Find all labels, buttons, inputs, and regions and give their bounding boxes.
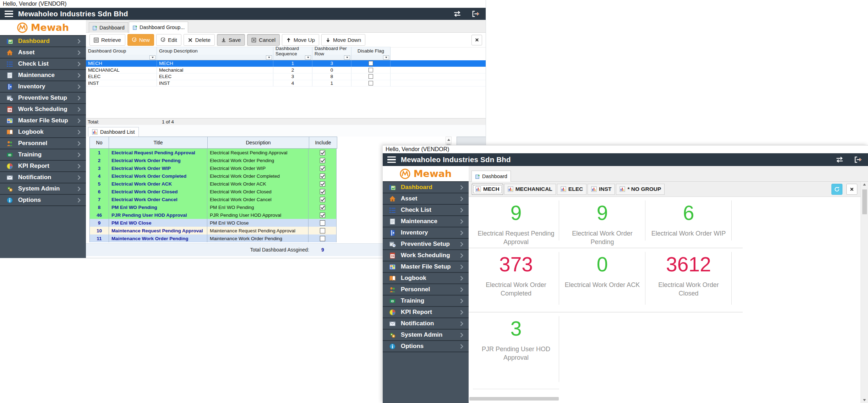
retrieve-button[interactable]: Retrieve	[89, 34, 125, 46]
dashboard-list-row[interactable]: 3Electrical Work Order WIPElectrical Wor…	[90, 164, 336, 172]
logout-icon[interactable]	[853, 156, 863, 163]
column-header-group-description[interactable]: Group Description	[157, 47, 273, 55]
sidebar-item-maintenance[interactable]: Maintenance	[0, 70, 86, 81]
sidebar-item-maintenance[interactable]: Maintenance	[383, 216, 469, 227]
group-row-inst[interactable]: INSTINST41	[86, 80, 486, 87]
sidebar-item-check-list[interactable]: Check List	[0, 59, 86, 70]
tab-dashboard-group[interactable]: Dashboard Group...	[129, 22, 188, 33]
dashboard-list-row[interactable]: 9PM EnI WO ClosePM EnI WO Close	[90, 219, 336, 227]
move-down-button[interactable]: Move Down	[321, 34, 365, 46]
scroll-up-icon[interactable]	[446, 137, 451, 143]
dashboard-list-row[interactable]: 11Maintenance Work Order PendingMaintena…	[90, 234, 336, 242]
sidebar-item-notification[interactable]: Notification	[0, 172, 86, 183]
logout-icon[interactable]	[470, 10, 481, 17]
column-header-dashboard-sequence[interactable]: Dashboard Sequence	[273, 47, 312, 55]
include-checkbox[interactable]	[320, 228, 325, 233]
refresh-button[interactable]	[831, 184, 842, 195]
kpi-card-electrical-work-order-completed[interactable]: 373Electrical Work Order Completed	[473, 248, 559, 312]
sidebar-item-system-admin[interactable]: System Admin	[0, 183, 86, 195]
switch-user-icon[interactable]	[452, 10, 463, 17]
delete-button[interactable]: Delete	[184, 34, 215, 46]
sidebar-item-preventive-setup[interactable]: Preventive Setup	[0, 93, 86, 104]
include-checkbox[interactable]	[320, 173, 325, 179]
kpi-card-electrical-request-pending-approval[interactable]: 9Electrical Request Pending Approval	[473, 197, 559, 248]
group-row-elec[interactable]: ELECELEC38	[86, 73, 486, 80]
include-checkbox[interactable]	[320, 197, 325, 202]
dashboard-list-row[interactable]: 8PM EnI WO PendingPM EnI WO Pending	[90, 203, 336, 211]
sidebar-item-training[interactable]: IDTraining	[0, 149, 86, 161]
group-tab-no-group[interactable]: * NO GROUP	[616, 184, 665, 195]
sidebar-item-asset[interactable]: Asset	[0, 47, 86, 59]
scrollbar-thumb[interactable]	[862, 189, 867, 214]
include-checkbox[interactable]	[320, 189, 325, 194]
sidebar-item-logbook[interactable]: Logbook	[383, 273, 469, 284]
disable-flag-checkbox[interactable]	[369, 74, 373, 79]
group-tab-mech[interactable]: MECH	[472, 184, 503, 195]
sidebar-item-system-admin[interactable]: System Admin	[383, 330, 469, 341]
scroll-down-icon[interactable]	[861, 399, 868, 401]
sidebar-item-asset[interactable]: Asset	[383, 193, 469, 205]
filter-dropdown-button[interactable]	[305, 55, 311, 60]
dashboard-list-row[interactable]: 7Electrical Work Order CancelElectrical …	[90, 195, 336, 203]
dashboard-list-row[interactable]: 46PJR Pending User HOD ApprovalPJR Pendi…	[90, 211, 336, 219]
sidebar-item-check-list[interactable]: Check List	[383, 205, 469, 216]
list-column-header-include[interactable]: Include	[309, 137, 337, 148]
kpi-card-electrical-work-order-pending[interactable]: 9Electrical Work Order Pending	[559, 197, 645, 248]
dashboard-list-row[interactable]: 5Electrical Work Order ACKElectrical Wor…	[90, 180, 336, 188]
group-row-mech[interactable]: MECHMECH13	[86, 60, 486, 67]
move-up-button[interactable]: Move Up	[282, 34, 319, 46]
group-tab-elec[interactable]: ELEC	[557, 184, 586, 195]
filter-dropdown-button[interactable]	[383, 55, 389, 60]
sidebar-item-master-file-setup[interactable]: Master File Setup	[383, 261, 469, 273]
dashboard-scrollbar[interactable]	[861, 182, 868, 403]
tab-dashboard-list[interactable]: Dashboard List	[88, 127, 139, 137]
sidebar-item-options[interactable]: Options	[0, 195, 86, 206]
filter-dropdown-button[interactable]	[266, 55, 272, 60]
sidebar-item-training[interactable]: IDTraining	[383, 296, 469, 307]
group-tab-mechanical[interactable]: MECHANICAL	[504, 184, 556, 195]
kpi-card-electrical-work-order-closed[interactable]: 3612Electrical Work Order Closed	[645, 248, 732, 312]
sidebar-item-notification[interactable]: Notification	[383, 318, 469, 330]
list-column-header-description[interactable]: Description	[208, 137, 309, 148]
dashboard-list-row[interactable]: 10Maintenance Request Pending ApprovalMa…	[90, 227, 336, 234]
disable-flag-checkbox[interactable]	[369, 81, 373, 85]
disable-flag-checkbox[interactable]	[369, 68, 373, 72]
filter-dropdown-button[interactable]	[149, 55, 155, 60]
group-tab-inst[interactable]: INST	[588, 184, 615, 195]
edit-button[interactable]: Edit	[156, 34, 181, 46]
close-dashboard-button[interactable]	[846, 184, 857, 195]
cancel-button[interactable]: Cancel	[247, 34, 280, 46]
sidebar-item-preventive-setup[interactable]: Preventive Setup	[383, 239, 469, 250]
dashboard-list-row[interactable]: 4Electrical Work Order CompletedElectric…	[90, 172, 336, 180]
list-column-header-no[interactable]: No	[90, 137, 109, 148]
disable-flag-checkbox[interactable]	[369, 61, 373, 66]
include-checkbox[interactable]	[320, 212, 325, 218]
scroll-up-icon[interactable]	[861, 183, 868, 186]
list-column-header-title[interactable]: Title	[109, 137, 208, 148]
column-header-disable-flag[interactable]: Disable Flag	[351, 47, 391, 55]
column-header-dashboard-per-row[interactable]: Dashboard Per Row	[312, 47, 351, 55]
kpi-card-electrical-work-order-ack[interactable]: 0Electrical Work Order ACK	[559, 248, 645, 312]
menu-icon[interactable]	[5, 11, 13, 17]
include-checkbox[interactable]	[320, 220, 325, 226]
column-header-dashboard-group[interactable]: Dashboard Group	[86, 47, 157, 55]
switch-user-icon[interactable]	[834, 156, 845, 163]
sidebar-item-kpi-report[interactable]: KPI Report	[383, 307, 469, 318]
group-row-mechanical[interactable]: MECHANICALMechanical20	[86, 67, 486, 74]
sidebar-item-options[interactable]: Options	[383, 341, 469, 352]
include-checkbox[interactable]	[320, 205, 325, 210]
tab-dashboard[interactable]: Dashboard	[89, 22, 128, 33]
sidebar-item-work-scheduling[interactable]: 15Work Scheduling	[0, 104, 86, 115]
include-checkbox[interactable]	[320, 166, 325, 171]
sidebar-item-kpi-report[interactable]: KPI Report	[0, 161, 86, 172]
save-button[interactable]: Save	[217, 34, 245, 46]
sidebar-item-inventory[interactable]: Inventory	[383, 227, 469, 239]
kpi-card-pjr-pending-user-hod-approval[interactable]: 3PJR Pending User HOD Approval	[473, 313, 559, 389]
filter-dropdown-button[interactable]	[344, 55, 350, 60]
tab-dashboard[interactable]: Dashboard	[471, 171, 511, 182]
sidebar-item-master-file-setup[interactable]: Master File Setup	[0, 115, 86, 127]
dashboard-list-row[interactable]: 6Electrical Work Order ClosedElectrical …	[90, 188, 336, 195]
include-checkbox[interactable]	[320, 150, 325, 155]
sidebar-item-personnel[interactable]: Personnel	[383, 284, 469, 296]
sidebar-item-personnel[interactable]: Personnel	[0, 138, 86, 149]
